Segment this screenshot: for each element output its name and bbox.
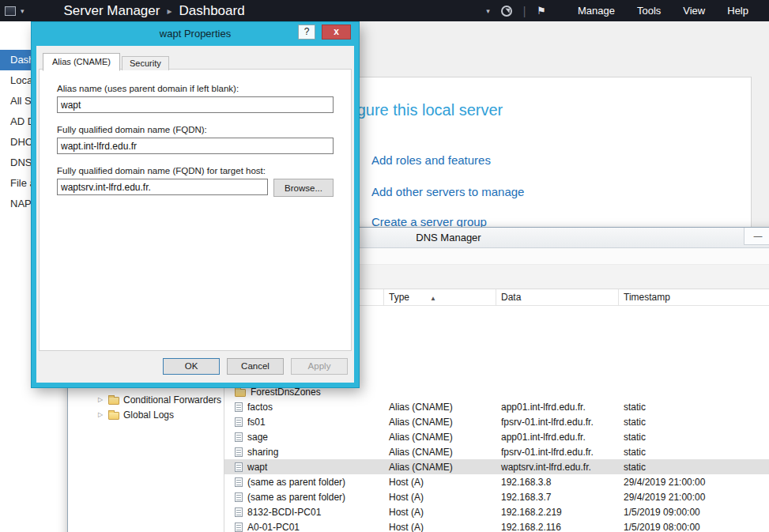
add-servers-link[interactable]: Add other servers to manage [371, 185, 524, 198]
record-icon [235, 417, 243, 427]
screen: ▾ Server Manager ▸ Dashboard ▾ | ⚑ Manag… [0, 0, 769, 532]
tab-security[interactable]: Security [122, 56, 169, 70]
record-timestamp: static [619, 447, 769, 458]
record-data: fpsrv-01.int-lfrd.edu.fr. [496, 447, 619, 458]
record-data: waptsrv.int-lfrd.edu.fr. [496, 462, 619, 473]
record-name-cell: (same as parent folder) [224, 477, 384, 488]
table-row[interactable]: (same as parent folder) Host (A) 192.168… [224, 474, 769, 489]
record-timestamp: 29/4/2019 21:00:00 [619, 477, 769, 488]
record-icon [235, 432, 243, 442]
top-bar-actions: ▾ | ⚑ Manage Tools View [486, 0, 769, 21]
record-icon [235, 477, 243, 487]
record-name: (same as parent folder) [247, 477, 345, 488]
record-type: Host (A) [384, 492, 496, 503]
record-icon [235, 523, 243, 532]
record-timestamp: 1/5/2019 09:00:00 [619, 507, 769, 518]
notifications-flag-icon[interactable]: ⚑ [537, 5, 546, 17]
column-header-type[interactable]: Type▲ [384, 289, 496, 305]
table-row[interactable]: fs01 Alias (CNAME) fpsrv-01.int-lfrd.edu… [224, 414, 769, 429]
record-name: fs01 [247, 417, 266, 428]
expand-chevron-icon[interactable]: ▷ [98, 411, 104, 418]
fqdn-input[interactable] [57, 138, 334, 154]
record-icon [235, 492, 243, 502]
record-type: Alias (CNAME) [384, 462, 496, 473]
minimize-button[interactable]: — [744, 228, 769, 245]
record-name: 8132-BCDI-PC01 [247, 507, 321, 518]
table-row[interactable]: sage Alias (CNAME) app01.int-lfrd.edu.fr… [224, 429, 769, 444]
menu-item-label: Manage [578, 5, 615, 17]
menu-item[interactable]: View [672, 0, 716, 21]
record-type: Host (A) [384, 507, 496, 518]
column-header-type-label: Type [389, 292, 409, 303]
record-name-cell: sage [224, 432, 384, 443]
alias-name-label: Alias name (uses parent domain if left b… [57, 84, 334, 93]
record-name-cell: A0-01-PC01 [224, 522, 384, 532]
table-row[interactable]: A0-01-PC01 Host (A) 192.168.2.116 1/5/20… [224, 519, 769, 532]
record-data: app01.int-lfrd.edu.fr. [496, 402, 619, 413]
record-name: sharing [247, 447, 278, 458]
breadcrumb: Server Manager ▸ Dashboard [64, 3, 245, 19]
record-data: 192.168.2.116 [496, 522, 619, 532]
record-timestamp: 29/4/2019 21:00:00 [619, 492, 769, 503]
close-icon[interactable]: x [322, 25, 351, 40]
folder-icon [108, 397, 119, 405]
breadcrumb-current-page[interactable]: Dashboard [179, 3, 244, 19]
alias-tab-page: Alias name (uses parent domain if left b… [39, 69, 352, 351]
record-name-cell: fs01 [224, 417, 384, 428]
tree-item[interactable]: ▷ Global Logs [68, 407, 224, 422]
table-row[interactable]: sharing Alias (CNAME) fpsrv-01.int-lfrd.… [224, 444, 769, 459]
tab-alias-cname[interactable]: Alias (CNAME) [43, 53, 120, 71]
record-icon [235, 447, 243, 457]
record-data: 192.168.3.8 [496, 477, 619, 488]
alias-name-input[interactable] [57, 96, 334, 113]
add-roles-features-link[interactable]: Add roles and features [371, 153, 491, 167]
record-name: (same as parent folder) [247, 492, 345, 503]
record-data: 192.168.3.7 [496, 492, 619, 503]
record-icon [235, 389, 246, 397]
chevron-down-icon[interactable]: ▾ [486, 7, 490, 15]
record-type: Alias (CNAME) [384, 417, 496, 428]
tree-item-label: Conditional Forwarders [123, 394, 221, 406]
record-timestamp: static [619, 432, 769, 443]
record-icon [235, 507, 243, 517]
record-name-cell: sharing [224, 447, 384, 458]
column-header-timestamp[interactable]: Timestamp [619, 289, 769, 305]
target-host-input[interactable] [57, 179, 268, 195]
browse-button[interactable]: Browse... [273, 179, 334, 197]
menu-item[interactable]: Tools [626, 0, 672, 21]
fqdn-label: Fully qualified domain name (FQDN): [57, 125, 334, 134]
sidebar-item-label: DNS [10, 157, 32, 168]
cancel-button[interactable]: Cancel [227, 358, 284, 375]
menu-item[interactable]: Help [716, 0, 760, 21]
apply-button[interactable]: Apply [291, 358, 348, 375]
help-button[interactable]: ? [298, 25, 315, 40]
menu-item-label: View [683, 5, 705, 17]
refresh-icon[interactable] [501, 6, 512, 17]
record-name: sage [247, 432, 268, 443]
breadcrumb-separator-icon: ▸ [167, 6, 172, 17]
server-manager-app-icon[interactable] [5, 6, 16, 16]
server-manager-top-bar: ▾ Server Manager ▸ Dashboard ▾ | ⚑ Manag… [0, 0, 769, 21]
tree-item[interactable]: ▷ Conditional Forwarders [68, 392, 224, 407]
record-name-cell: 8132-BCDI-PC01 [224, 507, 384, 518]
record-type: Alias (CNAME) [384, 432, 496, 443]
ok-button[interactable]: OK [163, 358, 220, 375]
column-header-data[interactable]: Data [496, 289, 619, 305]
table-row[interactable]: (same as parent folder) Host (A) 192.168… [224, 489, 769, 504]
record-data: app01.int-lfrd.edu.fr. [496, 432, 619, 443]
expand-chevron-icon[interactable]: ▷ [98, 396, 104, 403]
target-host-fqdn-label: Fully qualified domain name (FQDN) for t… [57, 166, 334, 175]
record-name-cell: factos [224, 402, 384, 413]
record-icon [235, 402, 243, 412]
record-timestamp: 1/5/2019 08:00:00 [619, 522, 769, 532]
menu-item[interactable]: Manage [567, 0, 626, 21]
table-row[interactable]: factos Alias (CNAME) app01.int-lfrd.edu.… [224, 399, 769, 414]
top-bar-menu: Manage Tools View Help [567, 0, 760, 21]
sort-ascending-icon: ▲ [430, 295, 436, 302]
dialog-tabs: Alias (CNAME) Security [43, 53, 169, 70]
table-row[interactable]: wapt Alias (CNAME) waptsrv.int-lfrd.edu.… [224, 459, 769, 474]
table-row[interactable]: 8132-BCDI-PC01 Host (A) 192.168.2.219 1/… [224, 504, 769, 519]
chevron-down-icon[interactable]: ▾ [21, 7, 25, 15]
record-name: wapt [247, 462, 267, 473]
record-icon [235, 462, 243, 472]
